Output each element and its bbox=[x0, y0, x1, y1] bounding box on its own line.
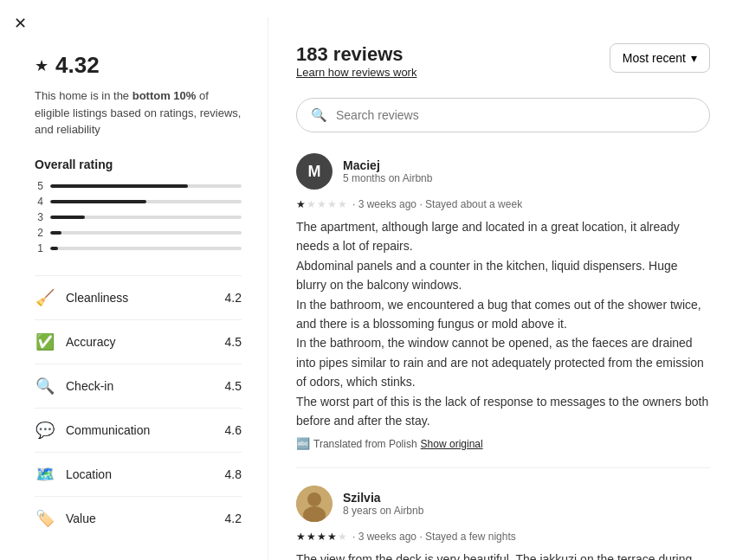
bar-fill bbox=[50, 184, 188, 188]
star: ★ bbox=[327, 198, 337, 210]
svg-point-1 bbox=[307, 492, 321, 506]
bar-label: 1 bbox=[35, 242, 43, 254]
category-icon: 🗺️ bbox=[35, 465, 55, 484]
bar-track bbox=[50, 216, 242, 219]
sort-label: Most recent bbox=[623, 51, 686, 65]
reviewer-header: Szilvia 8 years on Airbnb bbox=[296, 486, 710, 522]
review-meta: ★★★★★ · 3 weeks ago · Stayed about a wee… bbox=[296, 198, 710, 210]
rating-bar-chart: 5 4 3 2 1 bbox=[35, 180, 242, 254]
category-icon: 🔍 bbox=[35, 377, 55, 396]
category-item: 🏷️ Value 4.2 bbox=[35, 496, 242, 540]
review-date: · 3 weeks ago · Stayed a few nights bbox=[352, 531, 516, 543]
bar-fill bbox=[50, 216, 85, 219]
star: ★ bbox=[317, 531, 326, 543]
reviewer-name: Szilvia bbox=[343, 491, 423, 505]
search-input[interactable] bbox=[336, 108, 695, 122]
category-score: 4.2 bbox=[225, 291, 242, 305]
bar-label: 5 bbox=[35, 180, 43, 192]
star: ★ bbox=[317, 198, 326, 210]
search-icon: 🔍 bbox=[311, 107, 327, 123]
bar-track bbox=[50, 184, 242, 188]
star: ★ bbox=[307, 198, 316, 210]
category-score: 4.8 bbox=[225, 467, 242, 481]
reviewer-header: M Maciej 5 months on Airbnb bbox=[296, 153, 710, 190]
avatar bbox=[296, 486, 332, 522]
reviewer-tenure: 8 years on Airbnb bbox=[343, 505, 423, 517]
bar-track bbox=[50, 247, 242, 250]
content-area: ★ 4.32 This home is in the bottom 10% of… bbox=[0, 0, 736, 560]
modal: ✕ ★ 4.32 This home is in the bottom 10% … bbox=[0, 0, 736, 560]
category-item: 🔍 Check-in 4.5 bbox=[35, 364, 242, 408]
translate-icon: 🔤 bbox=[296, 437, 310, 450]
category-item: ✅ Accuracy 4.5 bbox=[35, 319, 242, 364]
category-score: 4.5 bbox=[225, 379, 242, 393]
right-panel: 183 reviews Learn how reviews work Most … bbox=[268, 17, 736, 560]
category-score: 4.2 bbox=[225, 512, 242, 525]
sort-button[interactable]: Most recent ▾ bbox=[610, 43, 710, 73]
translation-language: Translated from Polish bbox=[313, 438, 417, 450]
avatar: M bbox=[296, 153, 332, 190]
star: ★ bbox=[338, 198, 347, 210]
bar-fill bbox=[50, 200, 146, 203]
left-panel: ★ 4.32 This home is in the bottom 10% of… bbox=[0, 17, 268, 560]
review-body: The view from the deck is very beautiful… bbox=[296, 550, 710, 560]
category-icon: 💬 bbox=[35, 421, 55, 440]
category-score: 4.6 bbox=[225, 423, 242, 437]
review-body: The apartment, although large and locate… bbox=[296, 217, 710, 430]
rating-summary: ★ 4.32 bbox=[35, 52, 242, 79]
reviewer-name: Maciej bbox=[343, 158, 432, 172]
bar-row-1: 1 bbox=[35, 242, 242, 254]
bar-label: 2 bbox=[35, 227, 43, 239]
bar-label: 3 bbox=[35, 211, 43, 223]
star: ★ bbox=[296, 531, 306, 543]
category-name: Cleanliness bbox=[66, 291, 215, 305]
star: ★ bbox=[338, 531, 347, 543]
category-icon: 🏷️ bbox=[35, 509, 55, 528]
review-item: M Maciej 5 months on Airbnb ★★★★★ · 3 we… bbox=[296, 153, 710, 450]
show-original-link[interactable]: Show original bbox=[421, 438, 483, 450]
close-button[interactable]: ✕ bbox=[14, 14, 27, 33]
category-icon: 🧹 bbox=[35, 288, 55, 307]
category-item: 💬 Communication 4.6 bbox=[35, 408, 242, 452]
bar-row-3: 3 bbox=[35, 211, 242, 223]
category-name: Communication bbox=[66, 423, 215, 437]
reviews-count: 183 reviews bbox=[296, 43, 416, 66]
bar-row-2: 2 bbox=[35, 227, 242, 239]
star: ★ bbox=[307, 531, 316, 543]
category-name: Accuracy bbox=[66, 335, 215, 349]
overall-rating: 4.32 bbox=[55, 52, 100, 79]
bar-row-5: 5 bbox=[35, 180, 242, 192]
chevron-down-icon: ▾ bbox=[691, 51, 697, 65]
bar-track bbox=[50, 231, 242, 235]
review-item: Szilvia 8 years on Airbnb ★★★★★ · 3 week… bbox=[296, 467, 710, 560]
reviewer-tenure: 5 months on Airbnb bbox=[343, 172, 432, 184]
bar-row-4: 4 bbox=[35, 196, 242, 208]
reviews-header: 183 reviews Learn how reviews work Most … bbox=[296, 43, 710, 93]
category-score: 4.5 bbox=[225, 335, 242, 349]
bar-fill bbox=[50, 247, 58, 250]
bar-track bbox=[50, 200, 242, 203]
search-box: 🔍 bbox=[296, 98, 710, 132]
category-icon: ✅ bbox=[35, 332, 55, 351]
bottom-percent-text: This home is in the bottom 10% of eligib… bbox=[35, 87, 242, 138]
star: ★ bbox=[327, 531, 337, 543]
review-date: · 3 weeks ago · Stayed about a week bbox=[352, 198, 522, 210]
category-item: 🗺️ Location 4.8 bbox=[35, 452, 242, 496]
star-icon: ★ bbox=[35, 56, 48, 75]
reviews-list: M Maciej 5 months on Airbnb ★★★★★ · 3 we… bbox=[296, 153, 710, 560]
stars: ★★★★★ bbox=[296, 198, 347, 210]
translation-note: 🔤 Translated from Polish Show original bbox=[296, 437, 710, 450]
stars: ★★★★★ bbox=[296, 531, 347, 543]
overall-rating-label: Overall rating bbox=[35, 158, 242, 171]
learn-how-reviews-link[interactable]: Learn how reviews work bbox=[296, 66, 416, 79]
category-item: 🧹 Cleanliness 4.2 bbox=[35, 275, 242, 319]
category-name: Check-in bbox=[66, 379, 215, 393]
category-name: Location bbox=[66, 467, 215, 481]
bar-label: 4 bbox=[35, 196, 43, 208]
review-meta: ★★★★★ · 3 weeks ago · Stayed a few night… bbox=[296, 531, 710, 543]
star: ★ bbox=[296, 198, 306, 210]
divider bbox=[296, 467, 710, 468]
bar-fill bbox=[50, 231, 61, 235]
category-name: Value bbox=[66, 512, 215, 525]
category-list: 🧹 Cleanliness 4.2 ✅ Accuracy 4.5 🔍 Check… bbox=[35, 275, 242, 540]
